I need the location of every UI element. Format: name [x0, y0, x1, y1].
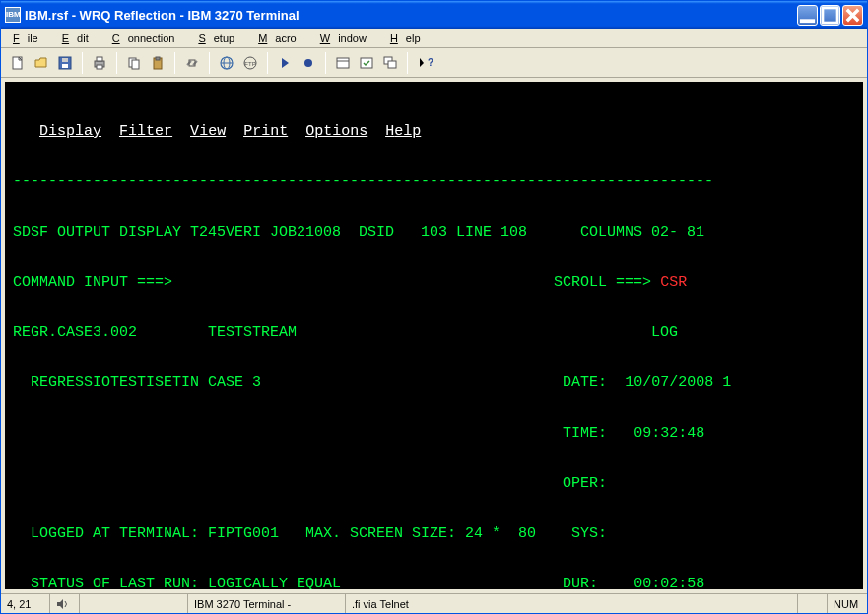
copy-icon [126, 55, 142, 71]
menubar: File Edit Connection Setup Macro Window … [1, 29, 867, 48]
titlebar[interactable]: IBM IBM.rsf - WRQ Reflection - IBM 3270 … [1, 1, 867, 29]
case-line: REGR.CASE3.002 TESTSTREAM LOG [5, 324, 863, 341]
oper-line: OPER: [5, 475, 863, 492]
toolbar: FTP ? [1, 48, 867, 78]
window-check-icon [359, 55, 374, 71]
print-button[interactable] [89, 52, 110, 74]
minimize-button[interactable] [797, 5, 818, 26]
open-folder-icon [33, 55, 49, 71]
term-menu-print[interactable]: Print [243, 123, 288, 140]
statusbar: 4, 21 IBM 3270 Terminal - .fi via Telnet… [1, 593, 867, 613]
open-button[interactable] [31, 52, 52, 74]
time-line: TIME: 09:32:48 [5, 425, 863, 442]
menu-window[interactable]: Window [312, 31, 382, 46]
status-numlock: NUM [828, 594, 867, 613]
svg-rect-8 [97, 65, 102, 69]
new-file-icon [10, 55, 26, 71]
app-window: IBM IBM.rsf - WRQ Reflection - IBM 3270 … [0, 0, 868, 614]
ftp-button[interactable]: FTP [239, 52, 261, 74]
menu-setup[interactable]: Setup [190, 31, 250, 46]
svg-rect-0 [800, 19, 815, 23]
window-icon [335, 55, 351, 71]
terminal-screen[interactable]: Display Filter View Print Options Help -… [5, 82, 863, 589]
svg-point-19 [304, 59, 312, 67]
menu-connection[interactable]: Connection [104, 31, 191, 46]
app-icon: IBM [5, 7, 21, 23]
svg-text:?: ? [428, 57, 433, 68]
printer-icon [92, 55, 107, 71]
term-divider: ----------------------------------------… [5, 173, 863, 190]
desc-line: REGRESSIOTESTISETIN CASE 3 DATE: 10/07/2… [5, 375, 863, 391]
term-menu-help[interactable]: Help [385, 123, 421, 140]
window1-button[interactable] [332, 52, 354, 74]
status-sound [50, 594, 80, 613]
scroll-value[interactable]: CSR [660, 274, 687, 291]
menu-edit[interactable]: Edit [54, 31, 104, 46]
menu-help[interactable]: Help [382, 31, 436, 46]
menu-file[interactable]: File [5, 31, 54, 46]
term-menu-filter[interactable]: Filter [119, 123, 172, 140]
web-button[interactable] [216, 52, 237, 74]
logged-line: LOGGED AT TERMINAL: FIPTG001 MAX. SCREEN… [5, 525, 863, 542]
svg-rect-10 [132, 60, 139, 69]
window2-button[interactable] [356, 52, 377, 74]
window-title: IBM.rsf - WRQ Reflection - IBM 3270 Term… [25, 8, 797, 23]
save-disk-icon [57, 55, 73, 71]
connect-button[interactable] [181, 52, 203, 74]
menu-macro[interactable]: Macro [250, 31, 312, 46]
close-button[interactable] [842, 5, 863, 26]
svg-rect-24 [388, 61, 396, 68]
command-input-row: COMMAND INPUT ===> SCROLL ===> CSR [5, 274, 863, 291]
svg-rect-5 [62, 58, 68, 62]
sound-icon [56, 598, 70, 610]
globe-icon [219, 55, 234, 71]
term-menu-row: Display Filter View Print Options Help [5, 123, 863, 140]
record-button[interactable] [298, 52, 319, 74]
svg-text:FTP: FTP [244, 61, 255, 67]
paste-button[interactable] [147, 52, 168, 74]
save-button[interactable] [54, 52, 76, 74]
status-pad1 [768, 594, 798, 613]
sdsf-header: SDSF OUTPUT DISPLAY T245VERI JOB21008 DS… [5, 224, 863, 240]
status-term: IBM 3270 Terminal - [188, 594, 346, 613]
window3-button[interactable] [379, 52, 401, 74]
paste-icon [150, 55, 166, 71]
svg-rect-7 [97, 57, 102, 61]
svg-rect-4 [62, 64, 68, 68]
connect-icon [184, 55, 200, 71]
new-button[interactable] [7, 52, 29, 74]
status-blank [80, 594, 188, 613]
status-coords: 4, 21 [1, 594, 50, 613]
ftp-icon: FTP [242, 55, 258, 71]
windows-icon [382, 55, 398, 71]
status-run-line: STATUS OF LAST RUN: LOGICALLY EQUAL DUR:… [5, 576, 863, 589]
status-pad2 [798, 594, 828, 613]
term-menu-display[interactable]: Display [39, 123, 101, 140]
svg-rect-12 [156, 57, 160, 60]
record-icon [300, 55, 316, 71]
help-arrow-icon: ? [417, 55, 433, 71]
status-conn: .fi via Telnet [346, 594, 768, 613]
svg-rect-20 [337, 58, 349, 68]
play-icon [277, 55, 293, 71]
play-button[interactable] [274, 52, 296, 74]
term-menu-view[interactable]: View [190, 123, 226, 140]
maximize-button[interactable] [820, 5, 840, 26]
svg-rect-1 [823, 7, 837, 22]
copy-button[interactable] [123, 52, 145, 74]
help-button[interactable]: ? [414, 52, 435, 74]
term-menu-options[interactable]: Options [305, 123, 367, 140]
